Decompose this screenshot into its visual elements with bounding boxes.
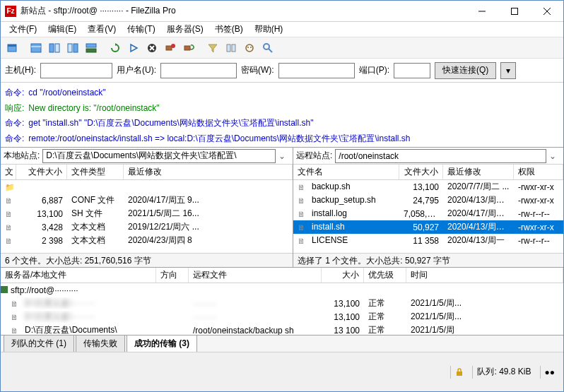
svg-point-28	[264, 44, 269, 49]
col-queue-remote[interactable]: 远程文件	[189, 268, 322, 283]
local-list[interactable]: 6,887CONF 文件2020/4/17/周五 9...13,100SH 文件…	[1, 180, 293, 253]
user-input[interactable]	[160, 63, 237, 78]
queue-size-label: 队列: 49.8 KiB	[472, 366, 535, 379]
local-path-dropdown-icon[interactable]: ⌄	[278, 151, 290, 161]
queue-header: 服务器/本地文件 方向 远程文件 大小 优先级 时间	[1, 268, 563, 283]
list-item[interactable]: install.sh50,9272020/4/13/周一...-rwxr-xr-…	[293, 220, 563, 234]
file-icon	[11, 299, 22, 309]
port-input[interactable]	[394, 63, 430, 78]
process-queue-icon[interactable]	[125, 40, 142, 57]
col-queue-prio[interactable]: 优先级	[364, 268, 406, 283]
refresh-icon[interactable]	[107, 40, 124, 57]
col-queue-local[interactable]: 服务器/本地文件	[1, 268, 156, 283]
reconnect-icon[interactable]	[180, 40, 197, 57]
svg-rect-11	[74, 44, 78, 52]
remote-pane: 远程站点: ⌄ 文件名 文件大小 最近修改 权限 backup.sh13,100…	[293, 148, 563, 267]
svg-rect-12	[86, 44, 96, 47]
quickconnect-button[interactable]: 快速连接(Q)	[435, 62, 496, 79]
menu-view[interactable]: 查看(V)	[82, 22, 122, 37]
menu-edit[interactable]: 编辑(E)	[42, 22, 82, 37]
remote-site-label: 远程站点:	[296, 150, 332, 162]
quickconnect-bar: 主机(H): 用户名(U): 密码(W): 端口(P): 快速连接(Q) ▾	[1, 59, 563, 83]
user-label: 用户名(U):	[117, 64, 156, 76]
svg-rect-1	[512, 8, 518, 14]
col-queue-time[interactable]: 时间	[406, 268, 563, 283]
remote-status: 选择了 1 个文件。大小总共: 50,927 字节	[293, 253, 563, 267]
log-line: 命令: get "install.sh" "D:\百度云盘\Documents\…	[5, 116, 559, 131]
svg-rect-23	[227, 44, 230, 52]
close-button[interactable]	[531, 1, 563, 22]
remote-path-input[interactable]	[335, 149, 546, 163]
pass-input[interactable]	[278, 63, 355, 78]
cancel-icon[interactable]	[143, 40, 160, 57]
col-local-type[interactable]: 文件类型	[67, 165, 124, 179]
col-local-size[interactable]: 文件大小	[16, 165, 67, 179]
queue-list[interactable]: sftp://root@··········D:\百度云盘\··········…	[1, 283, 563, 335]
toggle-log-icon[interactable]	[28, 40, 45, 57]
statusbar: 队列: 49.8 KiB ●●	[1, 352, 563, 391]
list-item[interactable]: backup_setup.sh24,7952020/4/13/周一...-rwx…	[293, 194, 563, 207]
toggle-queue-icon[interactable]	[83, 40, 100, 57]
toggle-local-tree-icon[interactable]	[46, 40, 63, 57]
col-local-modified[interactable]: 最近修改	[124, 165, 293, 179]
remote-list[interactable]: backup.sh13,1002020/7/7/周二 ...-rwxr-xr-x…	[293, 180, 563, 253]
svg-point-27	[250, 47, 252, 48]
status-indicator: ●●	[540, 366, 560, 379]
tab-queued[interactable]: 列队的文件 (1)	[4, 335, 74, 352]
log-line: 命令: remote:/root/oneinstack/install.sh =…	[5, 131, 559, 147]
remote-path-dropdown-icon[interactable]: ⌄	[549, 151, 560, 161]
queue-item[interactable]: D:\百度云盘\····················13,100正常2021…	[1, 310, 563, 323]
list-item[interactable]: 6,887CONF 文件2020/4/17/周五 9...	[1, 194, 293, 207]
col-remote-size[interactable]: 文件大小	[399, 165, 443, 179]
menu-server[interactable]: 服务器(S)	[161, 22, 209, 37]
local-site-label: 本地站点:	[4, 150, 40, 162]
disconnect-icon[interactable]	[162, 40, 179, 57]
compare-icon[interactable]	[223, 40, 240, 57]
list-item[interactable]: LICENSE11 3582020/4/13/周一-rw-r--r--	[293, 234, 563, 247]
menu-help[interactable]: 帮助(H)	[249, 22, 289, 37]
filter-icon[interactable]	[204, 40, 221, 57]
queue-item[interactable]: sftp://root@··········	[1, 283, 563, 297]
toggle-remote-tree-icon[interactable]	[64, 40, 81, 57]
svg-rect-24	[232, 44, 235, 52]
svg-rect-21	[184, 46, 190, 50]
col-local-name[interactable]: 文	[1, 165, 16, 179]
svg-point-25	[246, 44, 253, 52]
svg-rect-5	[8, 44, 16, 47]
queue-item[interactable]: D:\百度云盘\Documents\/root/oneinstack/backu…	[1, 323, 563, 335]
svg-line-29	[269, 49, 272, 52]
file-icon	[11, 326, 22, 335]
minimize-button[interactable]	[466, 1, 498, 22]
local-path-input[interactable]	[42, 149, 276, 163]
list-item[interactable]: 13,100SH 文件2021/1/5/周二 16...	[1, 207, 293, 220]
svg-rect-9	[55, 44, 59, 52]
list-item[interactable]: 3,428文本文档2019/12/21/周六 ...	[1, 220, 293, 234]
queue-pane: 服务器/本地文件 方向 远程文件 大小 优先级 时间 sftp://root@·…	[1, 268, 563, 335]
svg-rect-10	[68, 44, 72, 52]
menu-bookmarks[interactable]: 书签(B)	[209, 22, 249, 37]
quickconnect-dropdown[interactable]: ▾	[500, 62, 516, 79]
menu-file[interactable]: 文件(F)	[4, 22, 42, 37]
list-item[interactable]: backup.sh13,1002020/7/7/周二 ...-rwxr-xr-x	[293, 180, 563, 194]
col-queue-size[interactable]: 大小	[322, 268, 364, 283]
sync-browse-icon[interactable]	[241, 40, 258, 57]
tab-failed[interactable]: 传输失败	[76, 335, 125, 352]
col-remote-modified[interactable]: 最近修改	[443, 165, 514, 179]
list-item[interactable]: 2 398文本文档2020/4/23/周四 8	[1, 234, 293, 247]
log-pane[interactable]: 命令: cd "/root/oneinstack"响应: New directo…	[1, 83, 563, 148]
maximize-button[interactable]	[498, 1, 531, 22]
search-icon[interactable]	[259, 40, 276, 57]
svg-rect-30	[457, 372, 462, 376]
tab-success[interactable]: 成功的传输 (3)	[127, 335, 197, 352]
col-queue-dir[interactable]: 方向	[156, 268, 189, 283]
host-input[interactable]	[40, 63, 112, 78]
col-remote-perms[interactable]: 权限	[514, 165, 563, 179]
file-icon	[298, 196, 309, 206]
menu-transfer[interactable]: 传输(T)	[122, 22, 160, 37]
site-manager-icon[interactable]	[4, 40, 20, 57]
queue-item[interactable]: D:\百度云盘\····················13,100正常2021…	[1, 297, 563, 310]
file-icon	[5, 222, 16, 232]
col-remote-name[interactable]: 文件名	[293, 165, 399, 179]
list-item[interactable]	[1, 180, 293, 194]
list-item[interactable]: install.log7,058,6...2020/4/17/周五...-rw-…	[293, 207, 563, 220]
